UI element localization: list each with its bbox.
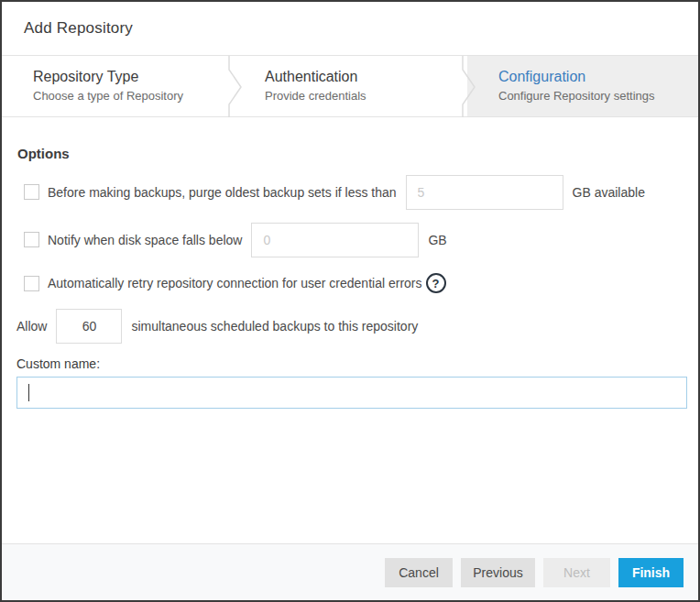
notify-checkbox[interactable] — [24, 232, 39, 247]
step-authentication[interactable]: Authentication Provide credentials — [234, 56, 467, 116]
cancel-button[interactable]: Cancel — [385, 558, 453, 587]
previous-button[interactable]: Previous — [461, 558, 535, 587]
notify-threshold-input[interactable] — [251, 223, 419, 257]
step-configuration[interactable]: Configuration Configure Repository setti… — [467, 56, 698, 116]
wizard-stepper: Repository Type Choose a type of Reposit… — [2, 55, 698, 117]
purge-checkbox[interactable] — [24, 184, 39, 200]
purge-suffix: GB available — [573, 185, 645, 200]
retry-option-row: Automatically retry repository connectio… — [24, 272, 446, 294]
step-subtitle: Configure Repository settings — [498, 89, 698, 103]
custom-name-field-wrap — [16, 377, 687, 409]
step-divider-chevron-icon — [461, 56, 477, 118]
add-repository-dialog: Add Repository Repository Type Choose a … — [0, 0, 700, 602]
step-title: Authentication — [265, 68, 467, 86]
step-title: Repository Type — [33, 68, 234, 86]
notify-option-row: Notify when disk space falls below GB — [24, 222, 447, 257]
question-circle-icon[interactable]: ? — [426, 273, 446, 293]
allow-suffix: simultaneous scheduled backups to this r… — [131, 319, 418, 334]
notify-label: Notify when disk space falls below — [48, 233, 242, 247]
dialog-footer: Cancel Previous Next Finish — [2, 543, 698, 600]
step-subtitle: Provide credentials — [265, 89, 467, 103]
notify-suffix: GB — [428, 233, 446, 247]
dialog-title: Add Repository — [24, 19, 133, 38]
custom-name-input[interactable] — [16, 377, 687, 409]
dialog-header: Add Repository — [2, 2, 698, 55]
step-title: Configuration — [498, 68, 698, 86]
custom-name-label: Custom name: — [16, 356, 100, 371]
finish-button[interactable]: Finish — [618, 558, 684, 587]
purge-label: Before making backups, purge oldest back… — [48, 185, 397, 200]
step-repository-type[interactable]: Repository Type Choose a type of Reposit… — [2, 56, 234, 116]
allow-option-row: Allow simultaneous scheduled backups to … — [16, 308, 418, 345]
text-caret — [28, 384, 29, 401]
options-heading: Options — [17, 146, 70, 161]
allow-prefix: Allow — [16, 319, 47, 334]
step-divider-chevron-icon — [227, 56, 244, 118]
purge-option-row: Before making backups, purge oldest back… — [24, 174, 645, 210]
configuration-panel: Options Before making backups, purge old… — [2, 117, 698, 542]
simultaneous-backups-input[interactable] — [56, 309, 122, 344]
purge-threshold-input[interactable] — [406, 175, 563, 210]
retry-label: Automatically retry repository connectio… — [48, 276, 422, 290]
step-subtitle: Choose a type of Repository — [33, 89, 234, 103]
retry-checkbox[interactable] — [24, 276, 39, 291]
next-button[interactable]: Next — [543, 558, 610, 587]
